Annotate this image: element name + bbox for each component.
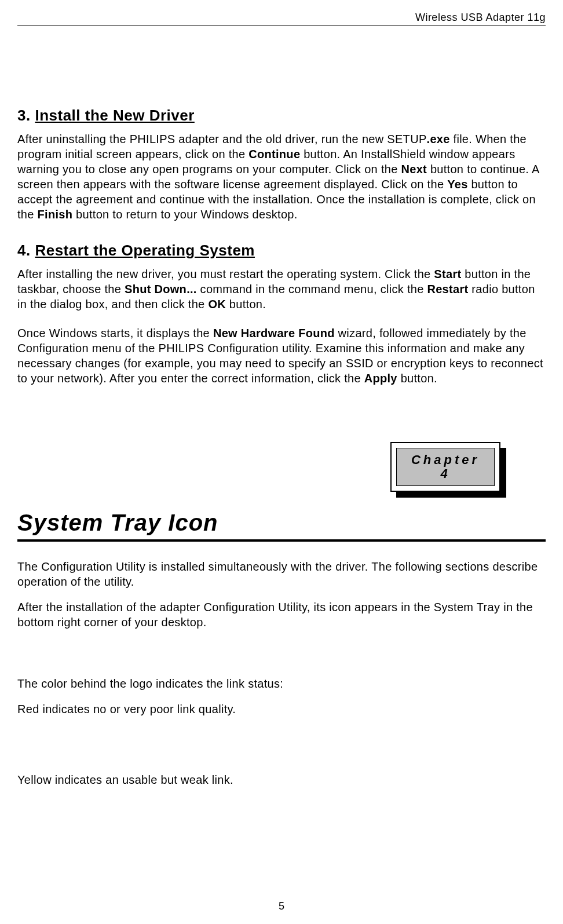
section-4-paragraph-2: Once Windows starts, it displays the New… <box>17 326 546 386</box>
section-3-paragraph: After uninstalling the PHILIPS adapter a… <box>17 132 546 222</box>
tray-paragraph-2: After the installation of the adapter Co… <box>17 600 546 630</box>
header-title: Wireless USB Adapter 11g <box>415 12 546 23</box>
document-page: Wireless USB Adapter 11g 3. Install the … <box>0 0 563 924</box>
section-3-number: 3. <box>17 107 31 124</box>
tray-paragraph-5: Yellow indicates an usable but weak link… <box>17 772 546 787</box>
section-4-heading: 4. Restart the Operating System <box>17 242 546 260</box>
tray-paragraph-1: The Configuration Utility is installed s… <box>17 559 546 589</box>
chapter-title: System Tray Icon <box>17 510 546 539</box>
document-header: Wireless USB Adapter 11g <box>17 12 546 25</box>
chapter-box: Chapter 4 <box>390 442 500 492</box>
section-4-paragraph-1: After installing the new driver, you mus… <box>17 266 546 312</box>
chapter-box-outer: Chapter 4 <box>390 442 500 492</box>
spacer <box>17 717 546 772</box>
chapter-number: 4 <box>440 466 450 481</box>
tray-paragraph-3: The color behind the logo indicates the … <box>17 676 546 691</box>
section-4-title: Restart the Operating System <box>35 242 255 259</box>
chapter-label: Chapter <box>411 452 480 467</box>
chapter-box-inner: Chapter 4 <box>396 448 495 486</box>
chapter-box-text: Chapter 4 <box>411 453 480 481</box>
heading-underline <box>17 539 546 542</box>
spacer <box>17 644 546 676</box>
section-3-heading: 3. Install the New Driver <box>17 107 546 125</box>
section-4-number: 4. <box>17 242 31 259</box>
section-3-title: Install the New Driver <box>35 107 194 124</box>
tray-paragraph-4: Red indicates no or very poor link quali… <box>17 702 546 717</box>
page-number: 5 <box>0 900 563 912</box>
